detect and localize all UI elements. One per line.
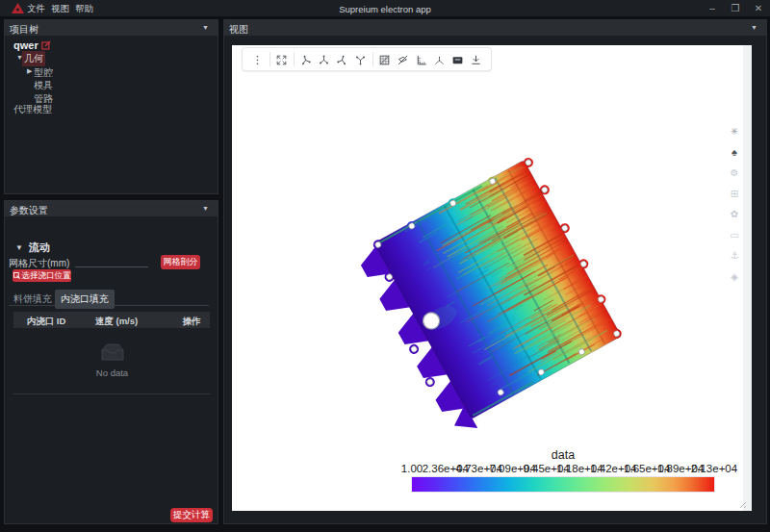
toolbar-separator — [270, 52, 270, 66]
tree-node-型腔[interactable]: ▶型腔 — [5, 65, 218, 78]
collapse-caret-icon[interactable]: ▼ — [202, 205, 209, 212]
axis-view-3-icon[interactable] — [336, 53, 348, 65]
tree-caret-icon[interactable]: ▶ — [27, 67, 32, 75]
column-header: 速度 (m/s) — [95, 316, 138, 328]
kebab-menu-icon[interactable] — [251, 53, 264, 65]
project-tree-title: 项目树 — [10, 23, 38, 37]
menu-3[interactable]: 帮助 — [75, 3, 93, 15]
submit-compute-button[interactable]: 提交计算 — [170, 508, 213, 522]
project-tree-panel: 项目树 ▼ qwer▼几何▶型腔模具管路代理模型 — [4, 19, 218, 194]
colorbar-tick: 2.13e+04 — [691, 463, 737, 474]
screenshot-icon[interactable] — [451, 53, 464, 65]
app-title: Supreium electron app — [0, 4, 770, 14]
params-header[interactable]: 参数设置 ▼ — [5, 201, 218, 216]
flow-section-label: 流动 — [29, 241, 50, 255]
params-title: 参数设置 — [10, 204, 48, 217]
select-gate-icon — [13, 272, 20, 279]
edit-icon[interactable] — [41, 40, 51, 50]
hide-plane-icon[interactable] — [397, 53, 409, 65]
fit-view-icon[interactable] — [275, 53, 288, 65]
measure-icon[interactable] — [415, 53, 427, 65]
tree-node-模具[interactable]: 模具 — [5, 78, 218, 90]
tab-内浇口填充[interactable]: 内浇口填充 — [55, 290, 115, 309]
maximize-button[interactable]: ❐ — [729, 2, 742, 14]
anchor-tool-icon[interactable]: ⚓ — [726, 245, 743, 266]
diamond-tool-icon[interactable]: ◈ — [726, 266, 743, 288]
empty-inbox-icon — [100, 342, 125, 362]
divider — [13, 393, 210, 394]
viewport-side-tools: ✳♠⚙⊞✿▭⚓◈ — [726, 121, 743, 287]
colorbar-title: data — [552, 448, 575, 462]
toolbar-separator — [294, 52, 295, 66]
snowflake-tool-icon[interactable]: ✳ — [726, 121, 743, 142]
menu-2[interactable]: 视图 — [51, 3, 69, 15]
column-header: 操作 — [183, 316, 201, 328]
mesh-size-input[interactable] — [75, 247, 148, 267]
mesh-size-label: 网格尺寸(mm) — [9, 257, 69, 270]
axis-view-2-icon[interactable] — [318, 53, 330, 65]
axis-view-1-icon[interactable] — [299, 53, 312, 65]
title-bar: Supreium electron app – ❐ ✕ 文件视图帮助 — [0, 0, 770, 16]
collapse-caret-icon[interactable]: ▼ — [202, 24, 209, 31]
flower-tool-icon[interactable]: ✿ — [726, 204, 743, 225]
column-header: 内浇口 ID — [27, 316, 66, 328]
close-button[interactable]: ✕ — [752, 2, 765, 14]
simulation-model — [232, 45, 752, 511]
tree-node-label[interactable]: 代理模型 — [13, 103, 52, 116]
mesh-generate-button[interactable]: 网格剖分 — [161, 255, 200, 269]
minimize-button[interactable]: – — [706, 2, 719, 14]
flow-caret-icon[interactable]: ▼ — [15, 243, 23, 252]
resize-handle-icon[interactable] — [739, 501, 747, 509]
view-header[interactable]: 视图 ▼ — [224, 20, 766, 36]
collapse-caret-icon[interactable]: ▼ — [751, 24, 757, 31]
view-panel: 视图 ▼ ✳♠⚙⊞✿▭⚓◈ data 1.002.36e+044.73e+047… — [223, 19, 767, 524]
gate-table-header: 内浇口 ID速度 (m/s)操作 — [13, 312, 210, 328]
grid-tool-icon[interactable]: ⊞ — [726, 184, 743, 205]
gear-tool-icon[interactable]: ⚙ — [726, 163, 743, 184]
render-canvas[interactable]: ✳♠⚙⊞✿▭⚓◈ data 1.002.36e+044.73e+047.09e+… — [232, 45, 752, 511]
tree-node-label[interactable]: qwer — [13, 39, 38, 51]
axes-toggle-icon[interactable] — [433, 53, 446, 65]
colorbar-tick: 1.00 — [401, 463, 423, 474]
select-gate-button[interactable]: 选择浇口位置 — [13, 269, 71, 282]
axis-view-4-icon[interactable] — [354, 53, 367, 65]
tab-料饼填充[interactable]: 料饼填充 — [13, 292, 52, 306]
mesh-toggle-icon[interactable] — [378, 53, 391, 65]
box-tool-icon[interactable]: ▭ — [726, 225, 743, 246]
canvas-right-gutter — [743, 45, 752, 511]
export-icon[interactable] — [470, 53, 482, 65]
empty-text: No data — [5, 367, 219, 378]
empty-state: No data — [5, 342, 219, 378]
params-panel: 参数设置 ▼ ▼ 流动 网格尺寸(mm) 网格剖分 选择浇口位置 内浇口 ID速… — [4, 200, 218, 524]
toolbar-separator — [372, 52, 373, 66]
viewport-toolbar — [242, 47, 492, 71]
view-title: 视图 — [229, 23, 248, 37]
droplet-tool-icon[interactable]: ♠ — [726, 142, 743, 164]
colorbar — [412, 477, 714, 492]
tree-node-代理模型[interactable]: 代理模型 — [5, 102, 218, 114]
menu-1[interactable]: 文件 — [27, 3, 45, 15]
project-tree-header[interactable]: 项目树 ▼ — [5, 20, 218, 36]
tree-node-几何[interactable]: ▼几何 — [5, 52, 218, 64]
